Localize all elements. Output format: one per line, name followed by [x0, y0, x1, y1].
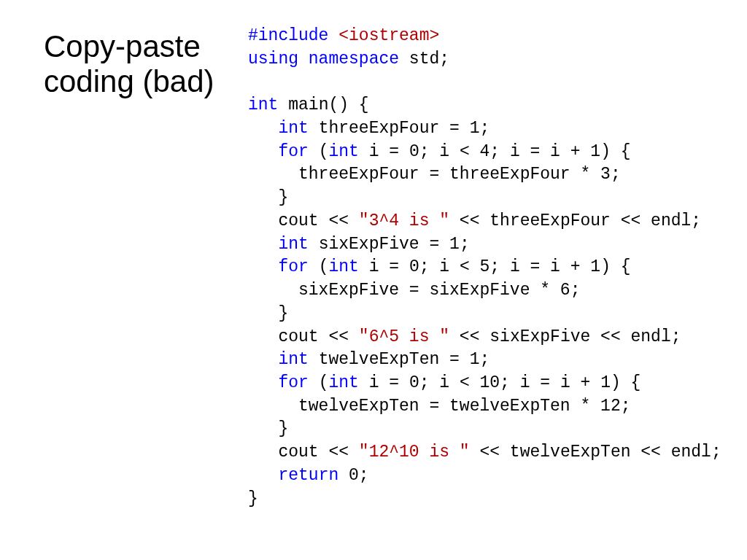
code-token: i = 0; i < 4; i = i + 1) { [359, 142, 631, 161]
code-token: int [278, 350, 308, 369]
code-token: int [328, 373, 358, 392]
code-token: } [248, 304, 288, 323]
code-token: main() { [278, 96, 368, 114]
code-token: int [248, 96, 278, 114]
code-token [248, 142, 278, 161]
code-token: cout << [248, 327, 359, 346]
code-token [248, 257, 278, 276]
code-token: <iostream> [338, 26, 439, 45]
code-token: std; [399, 50, 449, 69]
code-token: } [248, 419, 288, 438]
code-token [248, 466, 278, 485]
code-token: for [278, 257, 308, 276]
code-token: int [328, 142, 358, 161]
code-block: #include <iostream> using namespace std;… [248, 25, 721, 510]
code-token: sixExpFive = sixExpFive * 6; [248, 281, 580, 300]
code-token: int [278, 119, 308, 138]
code-token: cout << [248, 443, 359, 462]
code-token: int [278, 235, 308, 254]
code-token: << threeExpFour << endl; [449, 211, 701, 230]
code-token [248, 350, 278, 369]
code-token: threeExpFour = threeExpFour * 3; [248, 165, 621, 184]
code-token: i = 0; i < 5; i = i + 1) { [359, 257, 631, 276]
code-token: 0; [338, 466, 368, 485]
code-token [248, 373, 278, 392]
code-token: i = 0; i < 10; i = i + 1) { [359, 373, 640, 392]
code-token: << twelveExpTen << endl; [470, 443, 721, 462]
code-token [248, 235, 278, 254]
code-token: << sixExpFive << endl; [449, 327, 681, 346]
code-token: threeExpFour = 1; [309, 119, 489, 138]
code-token: twelveExpTen = twelveExpTen * 12; [248, 397, 631, 416]
slide-title: Copy-paste coding (bad) [44, 29, 233, 100]
code-token: } [248, 489, 258, 508]
code-token: return [278, 466, 338, 485]
code-token: ( [309, 373, 329, 392]
code-token: int [328, 257, 358, 276]
code-token [248, 119, 278, 138]
slide: Copy-paste coding (bad) #include <iostre… [0, 0, 747, 560]
code-token: #include [248, 26, 338, 45]
code-token: "6^5 is " [359, 327, 449, 346]
code-token: sixExpFive = 1; [309, 235, 470, 254]
code-token: twelveExpTen = 1; [309, 350, 489, 369]
code-token: } [248, 188, 288, 207]
code-token: "3^4 is " [359, 211, 449, 230]
code-token: for [278, 142, 308, 161]
code-token: ( [309, 142, 329, 161]
code-token: ( [309, 257, 329, 276]
code-token: "12^10 is " [359, 443, 470, 462]
code-token: using namespace [248, 50, 399, 69]
code-token: for [278, 373, 308, 392]
code-token: cout << [248, 211, 359, 230]
